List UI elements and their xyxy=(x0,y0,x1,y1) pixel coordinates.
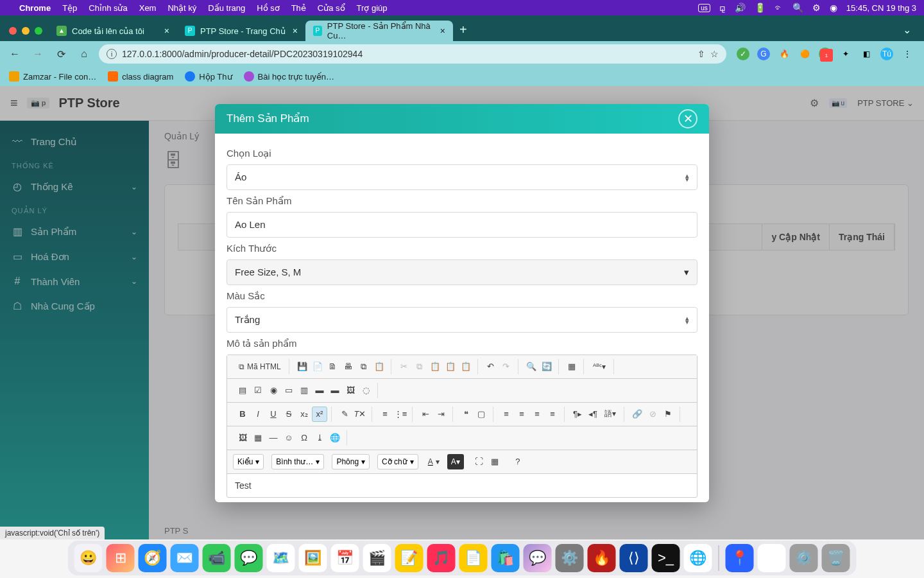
volume-icon[interactable]: 🔊 xyxy=(735,3,746,13)
align-right-icon[interactable]: ≡ xyxy=(529,407,545,422)
imagebutton-icon[interactable]: 🖼 xyxy=(343,383,358,398)
save-icon[interactable]: 💾 xyxy=(295,359,310,374)
menu-bookmarks[interactable]: Dấu trang xyxy=(208,3,245,13)
ltr-icon[interactable]: ¶▸ xyxy=(570,407,585,422)
bullist-icon[interactable]: ⋮≡ xyxy=(393,407,408,422)
browser-tab[interactable]: ▲ Code tải lên của tôi × xyxy=(49,21,177,41)
dock-app[interactable]: 💬 xyxy=(524,544,552,572)
dock-app[interactable]: 🗺️ xyxy=(267,544,295,572)
fontsize-select[interactable]: Cỡ chữ ▾ xyxy=(377,454,418,469)
site-info-icon[interactable]: i xyxy=(107,49,117,59)
dock-app[interactable]: 📄 xyxy=(459,544,488,572)
font-select[interactable]: Phông ▾ xyxy=(332,454,370,469)
window-controls[interactable] xyxy=(5,27,49,41)
dock-app[interactable]: 🗑️ xyxy=(822,544,850,572)
dock-app[interactable]: 🌐 xyxy=(684,544,712,572)
outdent-icon[interactable]: ⇤ xyxy=(418,407,433,422)
app-menu[interactable]: Chrome xyxy=(19,3,51,13)
new-tab-button[interactable]: + xyxy=(453,22,474,41)
menu-window[interactable]: Cửa sổ xyxy=(318,3,345,13)
dock-app[interactable]: 📍 xyxy=(726,544,754,572)
link-icon[interactable]: 🔗 xyxy=(629,407,645,422)
dock-app[interactable]: 🔥 xyxy=(588,544,616,572)
browser-tab-active[interactable]: P PTP Store - Sản Phẩm Nhà Cu… × xyxy=(305,21,453,41)
blockquote-icon[interactable]: ❝ xyxy=(458,407,474,422)
bold-icon[interactable]: B xyxy=(235,407,250,422)
dock-app[interactable]: ⊞ xyxy=(107,544,135,572)
select-icon[interactable]: ▬ xyxy=(312,383,327,398)
battery-icon[interactable]: 🔋 xyxy=(755,3,766,13)
dock-app[interactable]: 🧭 xyxy=(139,544,167,572)
textarea-icon[interactable]: ▥ xyxy=(296,383,312,398)
dock-app[interactable]: 🛍️ xyxy=(492,544,520,572)
dock-app[interactable]: >_ xyxy=(652,544,680,572)
tab-close-icon[interactable]: × xyxy=(164,26,169,36)
menu-view[interactable]: Xem xyxy=(139,3,157,13)
tab-overflow-icon[interactable]: ⌄ xyxy=(895,24,919,41)
modal-close-button[interactable]: ✕ xyxy=(678,109,697,128)
numlist-icon[interactable]: ≡ xyxy=(377,407,393,422)
dock-app[interactable]: 📝 xyxy=(395,544,424,572)
menu-history[interactable]: Nhật ký xyxy=(167,3,196,13)
specialchar-icon[interactable]: Ω xyxy=(296,430,312,446)
hr-icon[interactable]: — xyxy=(266,430,281,446)
menu-edit[interactable]: Chỉnh sửa xyxy=(89,3,127,13)
dock-app[interactable]: 💬 xyxy=(235,544,263,572)
newpage-icon[interactable]: 📄 xyxy=(310,359,325,374)
div-icon[interactable]: ▢ xyxy=(474,407,489,422)
pagebreak-icon[interactable]: ⤓ xyxy=(312,430,327,446)
modal-overlay[interactable]: Thêm Sản Phẩm ✕ Chọn Loại Áo ▴▾ Tên Sản … xyxy=(0,86,924,539)
undo-icon[interactable]: ↶ xyxy=(483,359,499,374)
multiselect-size[interactable]: Free Size, S, M ▾ xyxy=(227,259,697,285)
menu-help[interactable]: Trợ giúp xyxy=(357,3,388,13)
dock-app[interactable]: Z xyxy=(758,544,786,572)
dock-app[interactable]: ⚙️ xyxy=(556,544,584,572)
dock-app[interactable]: ⟨⟩ xyxy=(620,544,648,572)
extensions-menu-icon[interactable]: ✦ xyxy=(839,48,852,60)
find-icon[interactable]: 🔍 xyxy=(524,359,539,374)
about-icon[interactable]: ? xyxy=(510,454,526,469)
strike-icon[interactable]: S xyxy=(281,407,296,422)
extension-icon[interactable]: G xyxy=(757,48,770,60)
textfield-icon[interactable]: ▭ xyxy=(281,383,296,398)
select-color[interactable]: Trắng ▴▾ xyxy=(227,307,697,333)
dock-app[interactable]: 📅 xyxy=(331,544,359,572)
smiley-icon[interactable]: ☺ xyxy=(281,430,296,446)
bookmark-star-icon[interactable]: ☆ xyxy=(710,49,719,59)
extension-icon[interactable]: ✓ xyxy=(737,48,749,60)
align-justify-icon[interactable]: ≡ xyxy=(545,407,560,422)
chrome-menu-icon[interactable]: ⋮ xyxy=(901,48,914,60)
maximize-window-icon[interactable] xyxy=(35,27,42,35)
menubar-clock[interactable]: 15:45, CN 19 thg 3 xyxy=(846,3,916,13)
button-icon[interactable]: ▬ xyxy=(327,383,343,398)
profile-avatar[interactable]: Tú xyxy=(880,48,893,60)
home-button[interactable]: ⌂ xyxy=(76,46,92,62)
dock-app[interactable]: 🎵 xyxy=(427,544,456,572)
menu-tab[interactable]: Thẻ xyxy=(291,3,306,13)
paste-word-icon[interactable]: 📋 xyxy=(458,359,474,374)
extension-icon[interactable]: 🔥 xyxy=(778,48,791,60)
close-window-icon[interactable] xyxy=(9,27,17,35)
menu-file[interactable]: Tệp xyxy=(62,3,77,13)
image-icon[interactable]: 🖼 xyxy=(235,430,250,446)
dock-app[interactable]: 🖼️ xyxy=(299,544,327,572)
maximize-icon[interactable]: ⛶ xyxy=(472,454,487,469)
italic-icon[interactable]: I xyxy=(250,407,266,422)
browser-tab[interactable]: P PTP Store - Trang Chủ × xyxy=(177,21,305,41)
selectall-icon[interactable]: ▦ xyxy=(564,359,579,374)
align-center-icon[interactable]: ≡ xyxy=(514,407,529,422)
bgcolor-icon[interactable]: A▾ xyxy=(447,454,464,469)
bookmark-item[interactable]: Zamzar - File con… xyxy=(9,71,96,82)
bookmark-item[interactable]: Hộp Thư xyxy=(185,71,232,82)
dock-app[interactable]: 🎬 xyxy=(363,544,391,572)
back-button[interactable]: ← xyxy=(6,46,23,62)
bookmark-item[interactable]: Bài học trực tuyến… xyxy=(244,71,334,82)
extension-icon[interactable]: ●1 xyxy=(819,48,832,60)
iframe-icon[interactable]: 🌐 xyxy=(327,430,343,446)
textcolor-icon[interactable]: A▾ xyxy=(424,454,443,469)
language-icon[interactable]: 語▾ xyxy=(601,407,620,422)
spellcheck-icon[interactable]: ᴬᴮᶜ▾ xyxy=(589,359,610,374)
preview-icon[interactable]: 🗎 xyxy=(325,359,341,374)
style-select[interactable]: Kiểu ▾ xyxy=(233,454,264,469)
table-icon[interactable]: ▦ xyxy=(250,430,266,446)
